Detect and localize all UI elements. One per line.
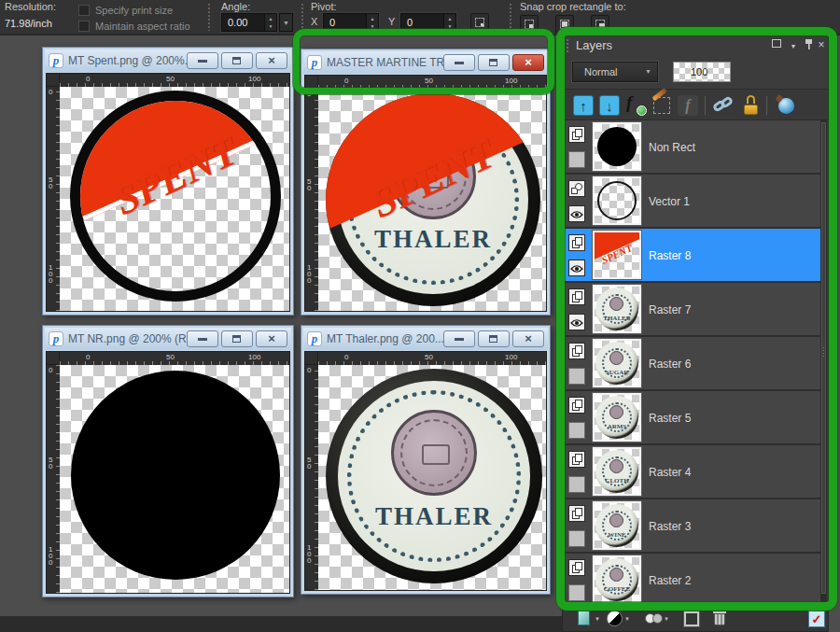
visibility-eye-icon[interactable] [568,314,585,330]
layer-row-raster-6[interactable]: SUGARRaster 6 [563,337,823,391]
snap-full-button[interactable] [520,15,539,34]
angle-spinner[interactable]: ▲▼ [264,14,276,31]
layer-thumbnail[interactable]: CLOTH [593,447,641,496]
highlight-layer-button[interactable] [776,94,798,117]
window-titlebar[interactable]: p MT NR.png @ 200% (R... × [45,328,291,350]
ruler-corner [47,74,60,87]
angle-input[interactable]: 0.00 ▲▼ [221,13,277,32]
window-mt-spent[interactable]: p MT Spent.png @ 200%... × 0 50 100 0 50… [42,47,294,316]
canvas-mt-spent[interactable]: SPENT [60,87,289,311]
toolbar-separator [301,3,304,31]
layer-thumbnail[interactable]: THALER [593,285,641,333]
opacity-field[interactable]: 100 [673,62,731,82]
mask-dropdown-arrow[interactable]: ▼ [624,616,630,622]
duplicate-dropdown-arrow[interactable]: ▼ [664,616,669,622]
lock-body [744,105,758,115]
new-layer-dropdown-arrow[interactable]: ▼ [595,616,600,622]
window-titlebar[interactable]: p MASTER MARTINE TR... × [303,51,548,74]
close-button[interactable]: × [256,52,287,69]
layer-thumbnail[interactable]: SPENT [593,231,641,279]
layer-name: Raster 5 [649,412,691,425]
restore-button[interactable] [221,52,253,69]
snap-selection-icon [595,20,605,29]
canvas-master-martine[interactable]: THALER SPENT [318,89,546,311]
pivot-x-input[interactable]: 0 ▲▼ [323,13,379,32]
pivot-y-input[interactable]: 0 ▲▼ [400,13,456,32]
layer-thumbnail[interactable]: ARMS [593,393,641,442]
close-button[interactable]: × [256,330,287,347]
blend-mode-dropdown[interactable]: Normal [572,62,658,82]
layer-row-non-rect[interactable]: Non Rect [563,120,823,175]
layer-thumbnail[interactable]: COFFEE [593,555,641,604]
layer-row-vector-1[interactable]: Vector 1 [563,175,823,229]
lock-transparency-button[interactable] [740,94,763,117]
visibility-hidden-icon[interactable] [568,422,585,439]
layer-styles-button[interactable]: f [624,94,647,117]
minimize-button[interactable] [187,330,218,347]
window-titlebar[interactable]: p MT Spent.png @ 200%... × [45,49,291,72]
layer-row-raster-5[interactable]: ARMSRaster 5 [563,391,823,445]
visibility-hidden-icon[interactable] [568,368,585,385]
layer-row-raster-7[interactable]: THALERRaster 7 [563,283,823,337]
visibility-hidden-icon[interactable] [568,584,585,601]
layer-thumbnail[interactable]: SUGAR [593,339,641,387]
snap-layer-button[interactable] [555,15,574,34]
restore-button[interactable] [221,330,253,347]
layer-thumbnail[interactable]: WINE [593,501,641,550]
maintain-aspect-ratio-checkbox[interactable] [78,21,90,32]
panel-pin-button[interactable] [802,39,815,53]
edit-selection-button[interactable] [651,94,673,117]
load-save-button[interactable] [682,610,701,628]
apply-button[interactable]: ✓ [807,610,826,628]
close-button[interactable]: × [512,330,544,347]
layer-row-raster-8[interactable]: SPENTRaster 8 [563,229,823,283]
pivot-y-spinner[interactable]: ▲▼ [443,14,455,31]
visibility-hidden-icon[interactable] [568,476,585,493]
specify-print-size-checkbox[interactable] [78,5,90,16]
link-layers-button[interactable] [712,94,735,117]
panel-restore-button[interactable] [770,39,783,50]
panel-grip[interactable] [566,38,569,53]
delete-layer-button[interactable] [710,610,729,628]
duplicate-layer-button[interactable] [645,610,664,628]
minimize-button[interactable] [187,52,218,69]
panel-menu-button[interactable]: ▼ [787,41,800,52]
script-button[interactable]: f [677,94,699,117]
minimize-button[interactable] [443,54,475,71]
window-mt-nr[interactable]: p MT NR.png @ 200% (R... × 0 50 100 0 50… [42,325,294,597]
move-up-button[interactable]: ↑ [572,94,595,117]
layer-list-scrollbar[interactable] [820,120,827,606]
close-button[interactable]: × [512,54,544,71]
layer-row-raster-3[interactable]: WINERaster 3 [563,499,823,554]
canvas-mt-thaler[interactable]: THALER [318,365,546,590]
visibility-eye-icon[interactable] [568,205,585,222]
move-down-button[interactable]: ↓ [598,94,621,117]
toolbar-separator [207,3,211,31]
layers-panel-header[interactable]: Layers ▼ × [563,35,828,57]
expand-arrow-icon[interactable] [563,197,564,206]
new-mask-layer-button[interactable] [606,610,624,628]
vertical-ruler: 0 50 100 [47,87,60,311]
window-titlebar[interactable]: p MT Thaler.png @ 200... × [303,328,548,350]
visibility-hidden-icon[interactable] [568,530,585,547]
restore-button[interactable] [478,54,510,71]
minimize-button[interactable] [443,330,475,347]
new-layer-button[interactable] [576,610,595,628]
layer-thumbnail[interactable] [593,176,641,225]
panel-close-button[interactable]: × [815,39,828,50]
layer-name: Raster 6 [649,358,691,371]
layer-thumbnail[interactable] [593,122,641,171]
pivot-x-spinner[interactable]: ▲▼ [366,14,378,31]
restore-button[interactable] [478,330,510,347]
snap-selection-button[interactable] [591,15,609,34]
visibility-hidden-icon[interactable] [568,151,585,168]
layer-row-raster-4[interactable]: CLOTHRaster 4 [563,445,823,499]
pivot-center-button[interactable] [470,13,489,32]
window-mt-thaler[interactable]: p MT Thaler.png @ 200... × 0 50 100 0 50… [301,325,551,595]
window-master-martine[interactable]: p MASTER MARTINE TR... × 0 50 100 0 50 1… [301,49,551,316]
angle-dropdown-button[interactable]: ▼ [279,13,293,32]
canvas-mt-nr[interactable] [60,365,289,593]
visibility-eye-icon[interactable] [568,260,585,276]
layer-row-raster-2[interactable]: COFFEERaster 2 [563,554,823,606]
scrollbar-handle[interactable] [821,122,826,594]
